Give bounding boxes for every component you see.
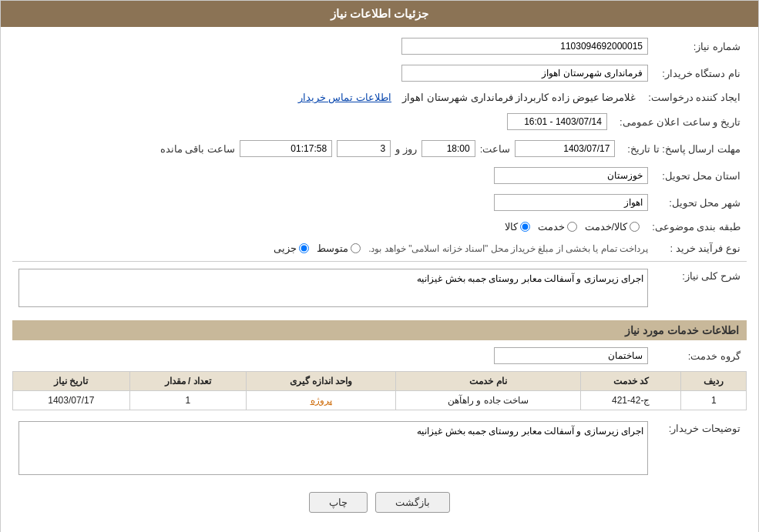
radio-khedmat-input[interactable] <box>567 222 577 232</box>
cell-kod-khedmat: ج-42-421 <box>580 391 681 410</box>
nam-dastgah-row: نام دستگاه خریدار: <box>12 62 747 85</box>
cell-tarikh-niaz: 1403/07/17 <box>13 391 130 410</box>
ostan-input[interactable] <box>494 167 648 184</box>
ostan-row: استان محل تحویل: <box>12 164 747 187</box>
grohe-khedmat-row: گروه خدمت: <box>12 344 747 367</box>
shomare-niaz-input[interactable] <box>401 38 648 55</box>
mohlat-saat-input[interactable] <box>421 140 475 157</box>
mohlat-row: مهلت ارسال پاسخ: تا تاریخ: ساعت: روز و س… <box>12 137 747 160</box>
sharh-koli-value: اجرای زیرسازی و آسفالت معابر روستای جمبه… <box>12 266 654 313</box>
sharh-koli-row: شرح کلی نیاز: اجرای زیرسازی و آسفالت معا… <box>12 266 747 313</box>
radio-jozii[interactable]: جزیی <box>274 243 309 254</box>
tozihat-label: توضیحات خریدار: <box>654 418 747 480</box>
tozihat-row: توضیحات خریدار: اجرای زیرسازی و آسفالت م… <box>12 418 747 480</box>
grohe-khedmat-input[interactable] <box>494 347 648 364</box>
ejad-konande-row: ایجاد کننده درخواست: غلامرضا عیوض زاده ک… <box>12 89 747 106</box>
bottom-buttons: بازگشت چاپ <box>12 492 747 513</box>
tabaqe-row: طبقه بندی موضوعی: کالا/خدمت خدمت <box>12 218 747 236</box>
grohe-khedmat-value <box>12 344 654 367</box>
radio-khedmat-label: خدمت <box>538 221 565 233</box>
tabaqe-radios: کالا/خدمت خدمت کالا <box>12 218 646 236</box>
shomare-niaz-label: شماره نیاز: <box>654 35 747 58</box>
shahr-label: شهر محل تحویل: <box>654 191 747 214</box>
radio-kala-label: کالا <box>505 221 518 233</box>
services-table: ردیف کد خدمت نام خدمت واحد اندازه گیری ت… <box>12 371 747 410</box>
cell-nam-khedmat: ساخت جاده و راهآهن <box>396 391 581 410</box>
shahr-value <box>12 191 654 214</box>
nave-farayand-row: نوع فرآیند خرید : پرداخت تمام یا بخشی از… <box>12 239 747 257</box>
col-radif: ردیف <box>681 372 747 391</box>
page-wrapper: جزئیات اطلاعات نیاز شماره نیاز: نام دستگ… <box>0 0 759 532</box>
shahr-input[interactable] <box>494 194 648 211</box>
col-tedad-meghdar: تعداد / مقدار <box>129 372 246 391</box>
nam-dastgah-input[interactable] <box>401 65 648 82</box>
radio-khedmat[interactable]: خدمت <box>538 221 577 233</box>
khadamat-section-header: اطلاعات خدمات مورد نیاز <box>12 320 747 340</box>
cell-radif: 1 <box>681 391 747 410</box>
mohlat-label: مهلت ارسال پاسخ: تا تاریخ: <box>621 137 747 160</box>
nave-farayand-note: پرداخت تمام یا بخشی از مبلغ خریداز محل "… <box>368 243 648 254</box>
nave-farayand-options: پرداخت تمام یا بخشی از مبلغ خریداز محل "… <box>12 239 654 257</box>
radio-mottaset[interactable]: متوسط <box>317 243 361 254</box>
ostan-value <box>12 164 654 187</box>
radio-kala-khedmat[interactable]: کالا/خدمت <box>585 221 640 233</box>
col-tarikh-niaz: تاریخ نیاز <box>13 372 130 391</box>
cell-tedad-meghdar: 1 <box>129 391 246 410</box>
tarikh-input[interactable] <box>507 113 607 130</box>
ejad-konande-label: ایجاد کننده درخواست: <box>642 89 747 106</box>
radio-mottaset-input[interactable] <box>351 243 361 253</box>
back-button[interactable]: بازگشت <box>375 492 450 513</box>
tozihat-value: اجرای زیرسازی و آسفالت معابر روستای جمبه… <box>12 418 654 480</box>
grohe-khedmat-label: گروه خدمت: <box>654 344 747 367</box>
page-header: جزئیات اطلاعات نیاز <box>1 1 758 27</box>
radio-kala-input[interactable] <box>520 222 530 232</box>
sharh-koli-label: شرح کلی نیاز: <box>654 266 747 313</box>
tozihat-textarea[interactable]: اجرای زیرسازی و آسفالت معابر روستای جمبه… <box>18 421 648 475</box>
shahr-row: شهر محل تحویل: <box>12 191 747 214</box>
nam-dastgah-label: نام دستگاه خریدار: <box>654 62 747 85</box>
mohlat-value: ساعت: روز و ساعت باقی مانده <box>12 137 621 160</box>
radio-mottaset-label: متوسط <box>317 243 348 254</box>
mohlat-mande-input[interactable] <box>240 140 332 157</box>
table-row: 1 ج-42-421 ساخت جاده و راهآهن پروژه 1 14… <box>13 391 747 410</box>
vahed-andaze-link[interactable]: پروژه <box>311 395 332 406</box>
nam-dastgah-value <box>12 62 654 85</box>
ejad-konande-text: غلامرضا عیوض زاده کاربرداز فرمانداری شهر… <box>402 92 636 103</box>
mohlat-rooz-label: روز و <box>395 143 417 155</box>
tarikh-label: تاریخ و ساعت اعلان عمومی: <box>613 110 747 133</box>
radio-jozii-label: جزیی <box>274 243 297 254</box>
ejad-konande-value: غلامرضا عیوض زاده کاربرداز فرمانداری شهر… <box>12 89 642 106</box>
cell-vahed-andaze: پروژه <box>247 391 396 410</box>
shomare-niaz-row: شماره نیاز: <box>12 35 747 58</box>
ostan-label: استان محل تحویل: <box>654 164 747 187</box>
shomare-niaz-value <box>12 35 654 58</box>
tarikh-value <box>12 110 613 133</box>
page-title: جزئیات اطلاعات نیاز <box>331 7 428 20</box>
radio-kala-khedmat-input[interactable] <box>630 222 640 232</box>
tabaqe-label: طبقه بندی موضوعی: <box>646 218 747 236</box>
print-button[interactable]: چاپ <box>309 492 368 513</box>
sharh-koli-textarea[interactable]: اجرای زیرسازی و آسفالت معابر روستای جمبه… <box>18 269 648 307</box>
mohlat-saat-label: ساعت: <box>480 143 511 155</box>
radio-jozii-input[interactable] <box>299 243 309 253</box>
mohlat-rooz-input[interactable] <box>337 140 391 157</box>
mohlat-date-input[interactable] <box>515 140 615 157</box>
radio-kala-khedmat-label: کالا/خدمت <box>585 221 628 233</box>
tarikh-row: تاریخ و ساعت اعلان عمومی: <box>12 110 747 133</box>
nave-farayand-label: نوع فرآیند خرید : <box>654 239 747 257</box>
col-nam-khedmat: نام خدمت <box>396 372 581 391</box>
content-area: شماره نیاز: نام دستگاه خریدار: ایجاد کنن… <box>1 27 758 532</box>
ettelaat-tamas-link[interactable]: اطلاعات تماس خریدار <box>298 92 391 103</box>
mohlat-mande-label: ساعت باقی مانده <box>160 143 235 155</box>
divider-1 <box>12 261 747 262</box>
col-vahed-andaze: واحد اندازه گیری <box>247 372 396 391</box>
col-kod-khedmat: کد خدمت <box>580 372 681 391</box>
radio-kala[interactable]: کالا <box>505 221 530 233</box>
